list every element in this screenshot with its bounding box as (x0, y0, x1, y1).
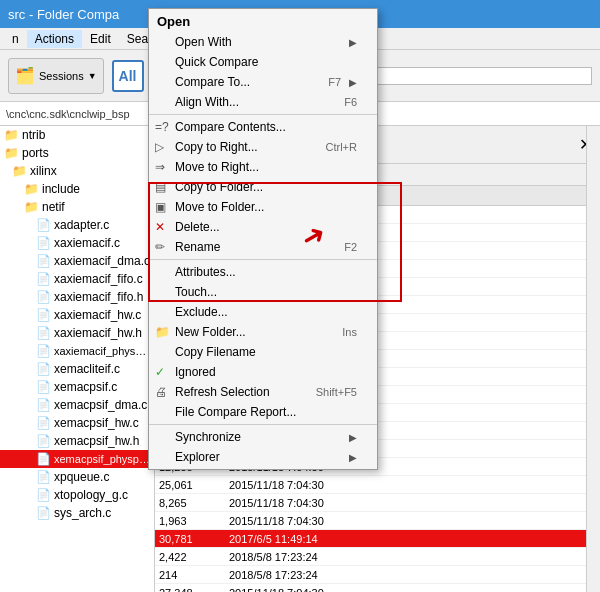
tree-label: xaxiemacif_hw.h (54, 326, 142, 340)
file-size: 8,265 (155, 497, 225, 509)
file-row[interactable]: 8,265 2015/11/18 7:04:30 (155, 494, 600, 512)
tree-label: xemacpsif_hw.h (54, 434, 139, 448)
file-size: 30,781 (155, 533, 225, 545)
file-icon: 📄 (36, 236, 51, 250)
file-icon: 📄 (36, 254, 51, 268)
copy-right-icon: ▷ (155, 140, 164, 154)
file-icon: 📄 (36, 452, 51, 466)
file-size: 2,422 (155, 551, 225, 563)
ctx-file-compare-label: File Compare Report... (175, 405, 357, 419)
file-row[interactable]: 25,061 2015/11/18 7:04:30 (155, 476, 600, 494)
ctx-refresh-shortcut: Shift+F5 (316, 386, 357, 398)
file-row[interactable]: 27,348 2015/11/18 7:04:30 (155, 584, 600, 592)
file-row[interactable]: 30,781 2017/6/5 11:49:14 (155, 530, 600, 548)
file-row[interactable]: 2,422 2018/5/8 17:23:24 (155, 548, 600, 566)
scrollbar[interactable] (586, 126, 600, 592)
file-size: 214 (155, 569, 225, 581)
left-panel: 📁 ntrib 📁 ports 📁 xilinx 📁 include 📁 net… (0, 126, 155, 592)
ctx-rename[interactable]: ✏ Rename F2 (149, 237, 377, 257)
tree-item-ntrib[interactable]: 📁 ntrib (0, 126, 154, 144)
ctx-explorer[interactable]: Explorer ▶ (149, 447, 377, 467)
tree-label: xaxiemacif_dma.c (54, 254, 150, 268)
ctx-open-with-label: Open With (175, 35, 341, 49)
tree-label: xemacpsif.c (54, 380, 117, 394)
menu-item-n[interactable]: n (4, 30, 27, 48)
ctx-copy-filename[interactable]: Copy Filename (149, 342, 377, 362)
file-icon: 📄 (36, 488, 51, 502)
tree-label: xaxiemacif.c (54, 236, 120, 250)
ctx-rename-label: Rename (175, 240, 324, 254)
ctx-attributes[interactable]: Attributes... (149, 262, 377, 282)
tree-item-xilinx[interactable]: 📁 xilinx (0, 162, 154, 180)
tree-item-xaxiemacif-physpe[interactable]: 📄 xaxiemacif_phys… (0, 342, 154, 360)
ctx-open[interactable]: Open (149, 11, 377, 32)
ctx-compare-to[interactable]: Compare To... F7 ▶ (149, 72, 377, 92)
menu-item-edit[interactable]: Edit (82, 30, 119, 48)
ctx-exclude[interactable]: Exclude... (149, 302, 377, 322)
ctx-move-to-folder[interactable]: ▣ Move to Folder... (149, 197, 377, 217)
ignored-icon: ✓ (155, 365, 165, 379)
tree-item-xadapter[interactable]: 📄 xadapter.c (0, 216, 154, 234)
file-modified: 2018/5/8 17:23:24 (225, 569, 600, 581)
file-row[interactable]: 214 2018/5/8 17:23:24 (155, 566, 600, 584)
tree-item-xaxiemacif-fifo-h[interactable]: 📄 xaxiemacif_fifo.h (0, 288, 154, 306)
tree-item-xemacpsif[interactable]: 📄 xemacpsif.c (0, 378, 154, 396)
compare-icon: =? (155, 120, 169, 134)
tree-item-xemacpsif-hw-c[interactable]: 📄 xemacpsif_hw.c (0, 414, 154, 432)
tree-item-xemacpsif-dma[interactable]: 📄 xemacpsif_dma.c (0, 396, 154, 414)
sessions-button[interactable]: 🗂️ Sessions ▼ (8, 58, 104, 94)
ctx-touch[interactable]: Touch... (149, 282, 377, 302)
ctx-ignored[interactable]: ✓ Ignored (149, 362, 377, 382)
tree-item-xaxiemacif-dma[interactable]: 📄 xaxiemacif_dma.c (0, 252, 154, 270)
tree-item-xemacliteif[interactable]: 📄 xemacliteif.c (0, 360, 154, 378)
menu-item-actions[interactable]: Actions (27, 30, 82, 48)
tree-label: xemacpsif_physp… (54, 453, 150, 465)
submenu-arrow: ▶ (349, 37, 357, 48)
tree-label: xaxiemacif_fifo.h (54, 290, 143, 304)
ctx-ignored-label: Ignored (175, 365, 357, 379)
all-label: All (119, 68, 137, 84)
tree-item-ports[interactable]: 📁 ports (0, 144, 154, 162)
all-button[interactable]: All (112, 60, 144, 92)
tree-label: xaxiemacif_phys… (54, 345, 146, 357)
tree-item-include[interactable]: 📁 include (0, 180, 154, 198)
ctx-align-with-label: Align With... (175, 95, 324, 109)
ctx-quick-compare[interactable]: Quick Compare (149, 52, 377, 72)
path-label: \cnc\cnc.sdk\cnclwip_bsp (6, 108, 130, 120)
ctx-copy-to-right-label: Copy to Right... (175, 140, 306, 154)
move-right-icon: ⇒ (155, 160, 165, 174)
tree-item-xemacpsif-phys[interactable]: 📄 xemacpsif_physp… (0, 450, 154, 468)
ctx-attributes-label: Attributes... (175, 265, 357, 279)
tree-item-sys-arch[interactable]: 📄 sys_arch.c (0, 504, 154, 522)
rename-icon: ✏ (155, 240, 165, 254)
ctx-compare-contents[interactable]: =? Compare Contents... (149, 117, 377, 137)
ctx-delete[interactable]: ✕ Delete... (149, 217, 377, 237)
ctx-copy-to-right[interactable]: ▷ Copy to Right... Ctrl+R (149, 137, 377, 157)
tree-item-xemacpsif-hw-h[interactable]: 📄 xemacpsif_hw.h (0, 432, 154, 450)
ctx-new-folder[interactable]: 📁 New Folder... Ins (149, 322, 377, 342)
ctx-refresh[interactable]: 🖨 Refresh Selection Shift+F5 (149, 382, 377, 402)
ctx-align-with[interactable]: Align With... F6 (149, 92, 377, 112)
folder-icon: 📁 (4, 128, 19, 142)
tree-item-xaxiemacif-hw-h[interactable]: 📄 xaxiemacif_hw.h (0, 324, 154, 342)
ctx-open-with[interactable]: Open With ▶ (149, 32, 377, 52)
file-icon: 📄 (36, 506, 51, 520)
file-size: 25,061 (155, 479, 225, 491)
ctx-copy-to-folder[interactable]: ▤ Copy to Folder... (149, 177, 377, 197)
tree-label: include (42, 182, 80, 196)
file-row[interactable]: 1,963 2015/11/18 7:04:30 (155, 512, 600, 530)
ctx-copy-to-folder-label: Copy to Folder... (175, 180, 357, 194)
tree-item-xaxiemacif-hw-c[interactable]: 📄 xaxiemacif_hw.c (0, 306, 154, 324)
tree-item-xpqueue[interactable]: 📄 xpqueue.c (0, 468, 154, 486)
tree-item-xaxiemacif[interactable]: 📄 xaxiemacif.c (0, 234, 154, 252)
delete-icon: ✕ (155, 220, 165, 234)
tree-item-xtopology[interactable]: 📄 xtopology_g.c (0, 486, 154, 504)
file-size: 27,348 (155, 587, 225, 593)
ctx-file-compare[interactable]: File Compare Report... (149, 402, 377, 422)
tree-item-netif[interactable]: 📁 netif (0, 198, 154, 216)
ctx-move-to-right[interactable]: ⇒ Move to Right... (149, 157, 377, 177)
context-menu: Open Open With ▶ Quick Compare Compare T… (148, 8, 378, 470)
ctx-synchronize[interactable]: Synchronize ▶ (149, 427, 377, 447)
submenu-arrow: ▶ (349, 432, 357, 443)
tree-item-xaxiemacif-fifo-c[interactable]: 📄 xaxiemacif_fifo.c (0, 270, 154, 288)
